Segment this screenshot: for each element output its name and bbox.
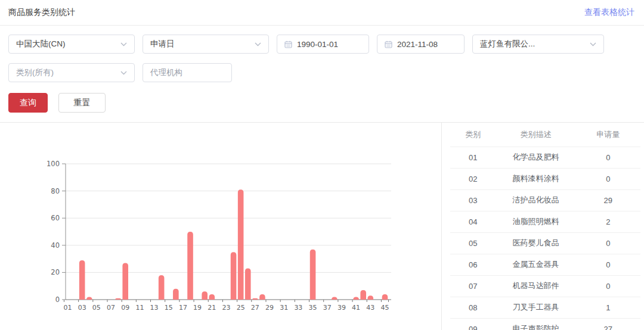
page-title: 商品服务类别统计	[8, 7, 75, 18]
table-cell: 02	[450, 168, 496, 189]
svg-text:100: 100	[47, 160, 60, 168]
top-bar: 商品服务类别统计 查看表格统计	[0, 0, 644, 26]
table-row: 08刀叉手工器具1	[450, 297, 640, 318]
category-select-value: 类别(所有)	[16, 67, 54, 78]
date-type-select[interactable]: 申请日	[143, 35, 269, 54]
reset-button[interactable]: 重置	[58, 93, 106, 113]
col-header-category: 类别	[450, 123, 496, 147]
chevron-down-icon	[255, 42, 261, 46]
calendar-icon	[284, 41, 292, 48]
region-select[interactable]: 中国大陆(CN)	[8, 35, 135, 54]
table-cell: 01	[450, 147, 496, 168]
table-cell: 电子声影防护	[496, 318, 576, 330]
bar-chart[interactable]: 0204060801000103050709111315171921232527…	[0, 123, 441, 330]
table-cell: 08	[450, 297, 496, 318]
date-from-value: 1990-01-01	[297, 40, 338, 49]
svg-text:20: 20	[51, 268, 60, 276]
table-cell: 1	[576, 297, 640, 318]
svg-text:09: 09	[121, 304, 129, 312]
date-type-select-value: 申请日	[150, 39, 175, 49]
region-select-value: 中国大陆(CN)	[16, 39, 66, 49]
table-row: 07机器马达部件0	[450, 275, 640, 297]
svg-text:45: 45	[380, 304, 389, 312]
table-cell: 0	[576, 254, 640, 275]
query-button[interactable]: 查询	[8, 93, 48, 113]
agency-input[interactable]: 代理机构	[143, 63, 232, 82]
view-table-link[interactable]: 查看表格统计	[584, 7, 634, 18]
table-row: 01化学品及肥料0	[450, 147, 640, 168]
table-cell: 27	[576, 318, 640, 330]
table-cell: 03	[450, 189, 496, 211]
svg-text:0: 0	[55, 295, 60, 304]
table-cell: 05	[450, 232, 496, 254]
table-row: 06金属五金器具0	[450, 254, 640, 275]
svg-text:43: 43	[366, 304, 374, 312]
bar-chart-svg: 0204060801000103050709111315171921232527…	[0, 123, 441, 330]
svg-text:15: 15	[165, 304, 173, 312]
date-to-value: 2021-11-08	[397, 40, 438, 49]
table-cell: 0	[576, 147, 640, 168]
stats-table: 类别 类别描述 申请量 01化学品及肥料002颜料漆料涂料003洁护品化妆品29…	[450, 123, 640, 330]
table-cell: 金属五金器具	[496, 254, 576, 275]
table-cell: 0	[576, 168, 640, 189]
content-area: 0204060801000103050709111315171921232527…	[0, 122, 644, 330]
table-row: 04油脂照明燃料2	[450, 211, 640, 232]
table-header-row: 类别 类别描述 申请量	[450, 123, 640, 147]
svg-text:23: 23	[222, 304, 230, 312]
table-cell: 0	[576, 232, 640, 254]
table-cell: 刀叉手工器具	[496, 297, 576, 318]
table-cell: 洁护品化妆品	[496, 189, 576, 211]
filter-row-2: 类别(所有) 代理机构	[8, 63, 636, 82]
col-header-description: 类别描述	[496, 123, 576, 147]
svg-text:60: 60	[51, 214, 60, 222]
svg-text:35: 35	[309, 304, 317, 312]
svg-text:31: 31	[280, 304, 288, 312]
chevron-down-icon	[590, 42, 596, 46]
table-cell: 颜料漆料涂料	[496, 168, 576, 189]
table-row: 02颜料漆料涂料0	[450, 168, 640, 189]
chevron-down-icon	[120, 42, 127, 46]
svg-text:11: 11	[135, 304, 144, 312]
svg-text:03: 03	[78, 304, 86, 312]
filter-panel: 中国大陆(CN) 申请日 1990-01-01 2021-11-08 蓝灯鱼有限…	[0, 26, 644, 82]
svg-text:01: 01	[64, 304, 72, 312]
table-cell: 09	[450, 318, 496, 330]
chevron-down-icon	[120, 71, 127, 75]
filter-row-1: 中国大陆(CN) 申请日 1990-01-01 2021-11-08 蓝灯鱼有限…	[8, 35, 636, 54]
table-cell: 29	[576, 189, 640, 211]
table-cell: 07	[450, 275, 496, 297]
col-header-count: 申请量	[576, 123, 640, 147]
svg-text:25: 25	[237, 304, 245, 312]
table-cell: 04	[450, 211, 496, 232]
svg-text:27: 27	[251, 304, 259, 312]
svg-text:13: 13	[150, 304, 159, 312]
svg-text:05: 05	[92, 304, 101, 312]
svg-text:41: 41	[352, 304, 360, 312]
table-cell: 医药婴儿食品	[496, 232, 576, 254]
table-row: 09电子声影防护27	[450, 318, 640, 330]
svg-text:37: 37	[323, 304, 332, 312]
table-cell: 机器马达部件	[496, 275, 576, 297]
table-row: 03洁护品化妆品29	[450, 189, 640, 211]
svg-text:29: 29	[265, 304, 274, 312]
applicant-select[interactable]: 蓝灯鱼有限公...	[472, 35, 604, 54]
category-select[interactable]: 类别(所有)	[8, 63, 135, 82]
date-to-input[interactable]: 2021-11-08	[377, 35, 465, 54]
svg-text:39: 39	[338, 304, 346, 312]
table-cell: 化学品及肥料	[496, 147, 576, 168]
svg-text:21: 21	[208, 304, 216, 312]
svg-text:80: 80	[51, 187, 60, 195]
table-cell: 2	[576, 211, 640, 232]
stats-table-pane: 类别 类别描述 申请量 01化学品及肥料002颜料漆料涂料003洁护品化妆品29…	[441, 123, 644, 330]
applicant-select-value: 蓝灯鱼有限公...	[480, 39, 535, 49]
svg-text:33: 33	[294, 304, 302, 312]
agency-input-placeholder: 代理机构	[150, 67, 182, 78]
svg-text:07: 07	[107, 304, 115, 312]
svg-text:17: 17	[179, 304, 187, 312]
svg-text:40: 40	[51, 241, 60, 250]
svg-text:19: 19	[193, 304, 202, 312]
date-from-input[interactable]: 1990-01-01	[277, 35, 369, 54]
action-buttons: 查询 重置	[0, 92, 644, 122]
table-row: 05医药婴儿食品0	[450, 232, 640, 254]
table-cell: 06	[450, 254, 496, 275]
